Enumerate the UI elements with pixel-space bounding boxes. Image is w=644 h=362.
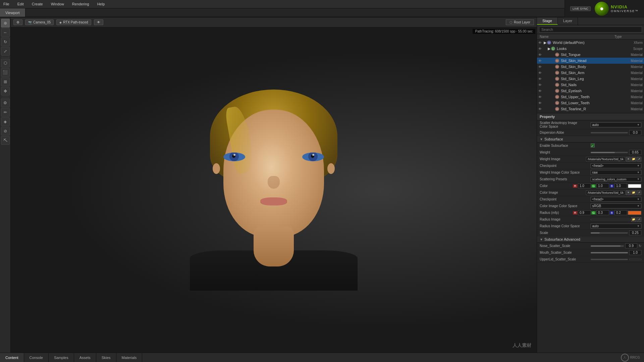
tool-6[interactable]: ✏	[1, 108, 10, 117]
mouth-scatter-slider[interactable]	[591, 252, 628, 253]
eye-skin-body[interactable]: 👁	[538, 65, 542, 69]
tool-2[interactable]: ⬛	[1, 68, 10, 77]
eye-upper-teeth[interactable]: 👁	[538, 95, 542, 99]
color-image-colorspace-dropdown[interactable]: sRGB▼	[591, 203, 642, 208]
weight-slider[interactable]	[591, 152, 628, 153]
weight-image-link[interactable]: ⇗	[637, 157, 641, 162]
rendering-menu[interactable]: Rendering	[71, 1, 91, 7]
color-image-label: Color Image	[540, 191, 586, 194]
tree-label-skin-leg: Std_Skin_Leg	[561, 77, 584, 81]
tree-item-tongue[interactable]: 👁 ▶ M Std_Tongue Material	[537, 52, 644, 58]
eye-skin-arm[interactable]: 👁	[538, 71, 542, 75]
tool-5[interactable]: ⚙	[1, 99, 10, 107]
render-toggle[interactable]: 👁	[94, 19, 103, 25]
weight-colorspace-dropdown[interactable]: raw▼	[591, 170, 642, 175]
subsurface-section-header[interactable]: ▼ Subsurface	[537, 136, 644, 142]
tree-item-tearline-r[interactable]: 👁 ▶ M Std_Tearline_R Material	[537, 106, 644, 112]
tree-item-skin-leg[interactable]: 👁 ▶ M Std_Skin_Leg Material	[537, 76, 644, 82]
stage-search[interactable]	[539, 26, 642, 33]
tree-type-nails: Material	[616, 83, 643, 87]
file-menu[interactable]: File	[2, 1, 11, 7]
scale-slider[interactable]	[591, 232, 628, 234]
subsurface-advanced-section-header[interactable]: ▼ Subsurface Advanced	[537, 236, 644, 243]
radius-colorspace-dropdown[interactable]: auto▼	[591, 224, 642, 229]
col-name: Name	[540, 35, 614, 39]
tool-scale[interactable]: ⤢	[1, 47, 10, 56]
tool-7[interactable]: ◈	[1, 117, 10, 126]
scattering-presets-dropdown[interactable]: scattering_colors_custom▼	[591, 177, 642, 182]
radius-image-browse[interactable]: 📁	[631, 217, 636, 222]
radius-g-value[interactable]: 0.3	[596, 210, 609, 215]
tool-4[interactable]: ✥	[1, 87, 10, 96]
eye-world[interactable]: 👁	[538, 41, 542, 45]
tool-rotate[interactable]: ↻	[1, 38, 10, 46]
radius-color-swatch[interactable]	[628, 211, 641, 215]
checkpoint-weight-dropdown[interactable]: <head>▼	[591, 163, 642, 168]
tool-select[interactable]: ⊕	[1, 19, 10, 27]
radius-b-value[interactable]: 0.2	[614, 210, 627, 215]
edit-menu[interactable]: Edit	[16, 1, 25, 7]
tool-1[interactable]: ⬡	[1, 59, 10, 67]
bottom-tab-content[interactable]: Content	[0, 353, 24, 362]
weight-image-clear[interactable]: ✕	[626, 157, 631, 162]
eye-looks[interactable]: 👁	[538, 47, 542, 51]
subsurface-advanced-label: Subsurface Advanced	[544, 237, 580, 241]
eye-skin-head[interactable]: 👁	[538, 59, 542, 63]
tree-item-skin-head[interactable]: 👁 ▶ M Std_Skin_Head Material	[537, 58, 644, 64]
tool-9[interactable]: ⛏	[1, 136, 10, 145]
color-swatch-white[interactable]	[628, 184, 641, 188]
help-menu[interactable]: Help	[96, 1, 106, 7]
eye-skin-leg[interactable]: 👁	[538, 77, 542, 81]
color-b-value[interactable]: 1.0	[614, 183, 627, 188]
eye-tearline-r[interactable]: 👁	[538, 107, 542, 111]
mouth-scatter-value: 1.0	[629, 250, 641, 255]
tool-8[interactable]: ⊘	[1, 127, 10, 135]
tree-item-skin-arm[interactable]: 👁 ▶ M Std_Skin_Arm Material	[537, 70, 644, 76]
tree-item-nails[interactable]: 👁 ▶ M Std_Nails Material	[537, 82, 644, 88]
eye-tongue[interactable]: 👁	[538, 53, 542, 57]
bottom-tab-assets[interactable]: Assets	[74, 353, 96, 362]
create-menu[interactable]: Create	[31, 1, 44, 7]
tree-icon-upper-teeth: M	[555, 95, 559, 99]
viewport-settings-btn[interactable]: ⚙	[13, 19, 22, 25]
eye-nails[interactable]: 👁	[538, 83, 542, 87]
prop-color: Color R 1.0 G 1.0 B 1.0	[537, 183, 644, 189]
radius-r-value[interactable]: 0.9	[578, 210, 591, 215]
color-g-value[interactable]: 1.0	[596, 183, 609, 188]
tree-item-eyelash[interactable]: 👁 ▶ M Std_Eyelash Material	[537, 88, 644, 94]
tree-item-skin-body[interactable]: 👁 ▶ M Std_Skin_Body Material	[537, 64, 644, 70]
color-image-browse[interactable]: 📁	[631, 190, 636, 195]
layer-tab[interactable]: Layer	[558, 17, 578, 25]
tree-label-nails: Std_Nails	[561, 83, 577, 87]
bottom-tab-samples[interactable]: Samples	[49, 353, 74, 362]
color-image-link[interactable]: ⇗	[637, 190, 641, 195]
upperlid-scatter-slider[interactable]	[591, 259, 628, 260]
scatter-anisotropy-dropdown[interactable]: auto▼	[591, 122, 642, 127]
bottom-tab-materials[interactable]: Materials	[116, 353, 143, 362]
eye-eyelash[interactable]: 👁	[538, 89, 542, 93]
tree-type-skin-head: Material	[616, 59, 643, 63]
viewport-tab[interactable]: Viewport	[0, 8, 25, 17]
radius-image-link[interactable]: ⇗	[637, 217, 641, 222]
eye-lower-teeth[interactable]: 👁	[538, 101, 542, 105]
enable-subsurface-checkbox[interactable]: ✓	[591, 143, 595, 147]
checkpoint-color-dropdown[interactable]: <head>▼	[591, 197, 642, 202]
color-r-value[interactable]: 1.0	[578, 183, 591, 188]
color-image-clear[interactable]: ✕	[626, 190, 631, 195]
camera-selector[interactable]: 📷 Camera_05	[25, 19, 54, 25]
weight-image-browse[interactable]: 📁	[631, 157, 636, 162]
tree-item-upper-teeth[interactable]: 👁 ▶ M Std_Upper_Teeth Material	[537, 94, 644, 100]
prop-checkpoint-color: Checkpoint <head>▼	[537, 196, 644, 203]
renderer-selector[interactable]: ◈ RTX Path-traced	[56, 19, 91, 25]
stage-tab[interactable]: Stage	[537, 17, 558, 25]
tool-3[interactable]: ⊞	[1, 77, 10, 86]
tree-item-looks[interactable]: 👁 ▶ L Looks Scope	[537, 46, 644, 52]
window-menu[interactable]: Window	[50, 1, 65, 7]
nose-scatter-slider[interactable]	[591, 245, 624, 247]
tree-item-lower-teeth[interactable]: 👁 ▶ M Std_Lower_Teeth Material	[537, 100, 644, 106]
tree-label-world: World (defaultPrim)	[553, 41, 585, 45]
tree-item-world[interactable]: 👁 ▶ W World (defaultPrim) Xform	[537, 40, 644, 46]
tool-move[interactable]: ↔	[1, 28, 10, 37]
bottom-tab-console[interactable]: Console	[24, 353, 49, 362]
bottom-tab-skies[interactable]: Skies	[96, 353, 116, 362]
